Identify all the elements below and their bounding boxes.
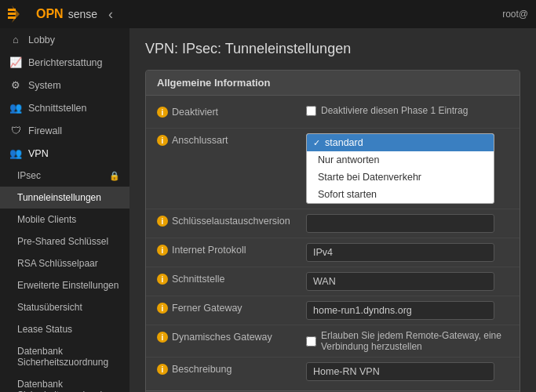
dropdown-option-standard[interactable]: ✓ standard (307, 134, 494, 151)
sidebar-item-erweiterte-einstellungen[interactable]: Erweiterte Einstellungen (0, 274, 129, 296)
sidebar-item-label-schnittstellen: Schnittstellen (28, 103, 86, 114)
beschreibung-value (306, 362, 509, 381)
schluesselaustauschversion-info-icon: i (157, 216, 168, 227)
sidebar-item-tunneleinstellungen[interactable]: Tunneleinstellungen (0, 187, 129, 209)
ipsec-lock-icon: 🔒 (109, 171, 120, 181)
svg-rect-1 (8, 13, 16, 15)
datenbank-sicherheitsregelwerk-label: Datenbank Sicherheitsregelwerk (17, 379, 120, 392)
lease-status-label: Lease Status (17, 324, 72, 335)
deaktiviert-label: i Deaktiviert (157, 105, 306, 118)
anschlussart-dropdown-open: ✓ standard Nur antworten Starte bei Da (306, 133, 494, 204)
system-icon: ⚙ (9, 79, 22, 91)
sidebar-item-label-firewall: Firewall (28, 125, 62, 136)
form-row-dynamisches-gateway: i Dynamisches Gateway Erlauben Sie jedem… (146, 325, 520, 358)
deaktiviert-checkbox-label: Deaktiviere diesen Phase 1 Eintrag (321, 105, 468, 116)
sidebar-item-datenbank-sicherheitsregelwerk[interactable]: Datenbank Sicherheitsregelwerk (0, 373, 129, 392)
schnittstellen-icon: 👥 (9, 102, 22, 114)
mobile-clients-label: Mobile Clients (17, 214, 76, 225)
lobby-icon: ⌂ (9, 34, 22, 45)
beschreibung-input[interactable] (306, 362, 494, 381)
anschlussart-value: ✓ standard Nur antworten Starte bei Da (306, 133, 509, 204)
topbar: OPNsense ‹ root@ (0, 0, 536, 28)
sidebar-item-pre-shared-schluessel[interactable]: Pre-Shared Schlüssel (0, 230, 129, 252)
form-row-schluesselaustauschversion: i Schlüsselaustauschversion (146, 209, 520, 238)
sidebar-item-vpn[interactable]: 👥 VPN (0, 142, 129, 165)
deaktiviert-checkbox[interactable] (306, 106, 316, 116)
ferner-gateway-label: i Ferner Gateway (157, 301, 306, 314)
dynamisches-gateway-info-icon: i (157, 332, 168, 343)
page-title: VPN: IPsec: Tunneleinstellungen (145, 41, 520, 57)
anschlussart-dropdown[interactable]: ✓ standard Nur antworten Starte bei Da (306, 133, 494, 204)
sidebar-item-system[interactable]: ⚙ System (0, 74, 129, 96)
checkmark-icon: ✓ (313, 138, 320, 148)
schnittstelle-value (306, 272, 509, 291)
internet-protokoll-value (306, 243, 509, 262)
sidebar-item-label-lobby: Lobby (28, 34, 55, 45)
form-row-ferner-gateway: i Ferner Gateway (146, 296, 520, 325)
form-row-schnittstelle: i Schnittstelle (146, 267, 520, 296)
ferner-gateway-info-icon: i (157, 303, 168, 314)
layout: ⌂ Lobby 📈 Berichterstattung ⚙ System 👥 S… (0, 28, 536, 392)
schnittstelle-info-icon: i (157, 274, 168, 285)
dropdown-option-sofort-starten[interactable]: Sofort starten (307, 186, 494, 203)
schluesselaustauschversion-value (306, 214, 509, 233)
sidebar-item-lobby[interactable]: ⌂ Lobby (0, 28, 129, 51)
beschreibung-info-icon: i (157, 364, 168, 375)
sidebar-item-firewall[interactable]: 🛡 Firewall (0, 119, 129, 142)
form-row-beschreibung: i Beschreibung (146, 358, 520, 386)
firewall-icon: 🛡 (9, 125, 22, 136)
sidebar-item-statusuebersicht[interactable]: Statusübersicht (0, 296, 129, 318)
logo-opn: OPN (36, 7, 64, 21)
schluesselaustauschversion-label: i Schlüsselaustauschversion (157, 214, 306, 227)
beschreibung-label: i Beschreibung (157, 362, 306, 375)
allgemeine-info-section: Allgemeine Information i Deaktiviert Dea… (145, 70, 520, 392)
sidebar-item-mobile-clients[interactable]: Mobile Clients (0, 209, 129, 230)
statusuebersicht-label: Statusübersicht (17, 302, 82, 313)
dynamisches-gateway-label: i Dynamisches Gateway (157, 330, 306, 343)
dynamisches-gateway-checkbox[interactable] (306, 336, 316, 347)
deaktiviert-value: Deaktiviere diesen Phase 1 Eintrag (306, 105, 509, 116)
dropdown-option-nur-antworten[interactable]: Nur antworten (307, 151, 494, 169)
sidebar-item-schnittstellen[interactable]: 👥 Schnittstellen (0, 96, 129, 119)
sidebar-item-lease-status[interactable]: Lease Status (0, 318, 129, 340)
sidebar-item-ipsec[interactable]: IPsec 🔒 (0, 165, 129, 187)
dropdown-option-starte-bei-datenverkehr[interactable]: Starte bei Datenverkehr (307, 169, 494, 186)
schnittstelle-label: i Schnittstelle (157, 272, 306, 285)
dynamisches-gateway-value: Erlauben Sie jedem Remote-Gateway, eine … (306, 330, 509, 352)
ipsec-label: IPsec (17, 170, 41, 181)
sidebar-item-rsa-schluesselpaar[interactable]: RSA Schlüsselpaar (0, 252, 129, 274)
allgemeine-info-header: Allgemeine Information (146, 71, 520, 96)
sidebar-item-label-berichterstattung: Berichterstattung (28, 57, 103, 68)
internet-protokoll-input[interactable] (306, 243, 494, 262)
dynamisches-gateway-checkbox-label: Erlauben Sie jedem Remote-Gateway, eine … (321, 330, 509, 352)
schnittstelle-input[interactable] (306, 272, 494, 291)
main-content: VPN: IPsec: Tunneleinstellungen Allgemei… (129, 28, 536, 392)
berichterstattung-icon: 📈 (9, 56, 22, 68)
vpn-submenu: IPsec 🔒 Tunneleinstellungen Mobile Clien… (0, 165, 129, 392)
form-row-anschlussart: i Anschlussart ✓ standard (146, 129, 520, 209)
allgemeine-info-body: i Deaktiviert Deaktiviere diesen Phase 1… (146, 96, 520, 390)
sidebar-toggle-icon[interactable]: ‹ (108, 6, 113, 23)
form-row-deaktiviert: i Deaktiviert Deaktiviere diesen Phase 1… (146, 100, 520, 129)
datenbank-sicherheitszuordnung-label: Datenbank Sicherheitszuordnung (17, 346, 120, 368)
anschlussart-info-icon: i (157, 135, 168, 146)
sidebar-item-label-system: System (28, 80, 61, 91)
sidebar: ⌂ Lobby 📈 Berichterstattung ⚙ System 👥 S… (0, 28, 129, 392)
logo-sense: sense (68, 8, 97, 20)
dynamisches-gateway-checkbox-row: Erlauben Sie jedem Remote-Gateway, eine … (306, 330, 509, 352)
sidebar-item-datenbank-sicherheitszuordnung[interactable]: Datenbank Sicherheitszuordnung (0, 340, 129, 373)
form-row-internet-protokoll: i Internet Protokoll (146, 238, 520, 267)
internet-protokoll-label: i Internet Protokoll (157, 243, 306, 256)
logo-icon (8, 5, 31, 23)
ferner-gateway-input[interactable] (306, 301, 494, 320)
erweiterte-einstellungen-label: Erweiterte Einstellungen (17, 280, 119, 291)
internet-protokoll-info-icon: i (157, 245, 168, 256)
anschlussart-label: i Anschlussart (157, 133, 306, 146)
sidebar-item-berichterstattung[interactable]: 📈 Berichterstattung (0, 51, 129, 74)
deaktiviert-checkbox-row: Deaktiviere diesen Phase 1 Eintrag (306, 105, 468, 116)
rsa-schluesselpaar-label: RSA Schlüsselpaar (17, 258, 98, 269)
schluesselaustauschversion-input[interactable] (306, 214, 494, 233)
deaktiviert-info-icon: i (157, 107, 168, 118)
pre-shared-schluessel-label: Pre-Shared Schlüssel (17, 236, 108, 247)
ferner-gateway-value (306, 301, 509, 320)
